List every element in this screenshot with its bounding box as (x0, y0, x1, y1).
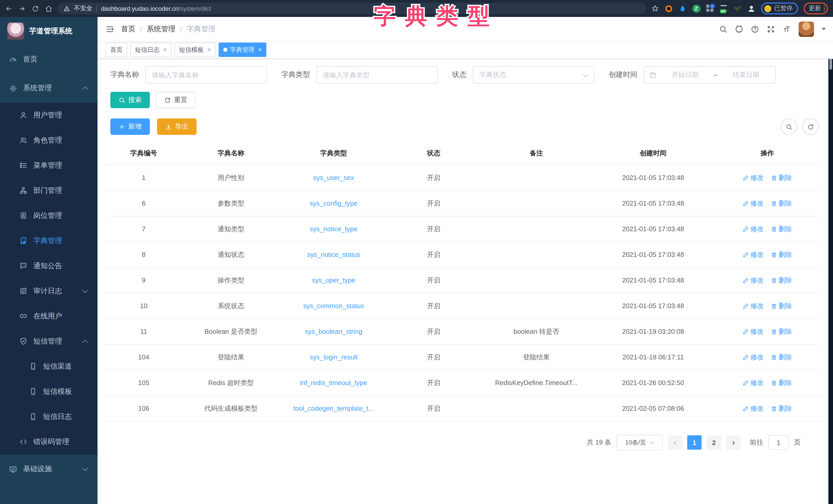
edit-link[interactable]: 修改 (743, 404, 764, 413)
delete-link[interactable]: 删除 (771, 199, 792, 208)
browser-home-icon[interactable] (45, 5, 52, 12)
sidebar-item-dept-mgmt[interactable]: 部门管理 (0, 178, 97, 203)
forward-icon[interactable] (19, 5, 26, 12)
sidebar-item-role-mgmt[interactable]: 角色管理 (0, 128, 97, 153)
edit-link[interactable]: 修改 (743, 327, 764, 336)
edit-link[interactable]: 修改 (743, 301, 764, 310)
date-range-picker[interactable]: 开始日期 ~ 结束日期 (644, 66, 776, 83)
back-icon[interactable] (5, 5, 12, 12)
sidebar-item-audit-log[interactable]: 审计日志 (0, 278, 97, 304)
edit-link[interactable]: 修改 (743, 173, 764, 182)
extension-orange-ring-icon[interactable] (664, 4, 673, 12)
bookmark-star-icon[interactable] (651, 5, 659, 12)
reset-button[interactable]: 重置 (156, 92, 195, 108)
tab-home[interactable]: 首页 (106, 43, 127, 57)
status-select[interactable]: 字典状态 (473, 66, 594, 83)
extension-on-icon[interactable]: on (719, 4, 728, 12)
sidebar-item-user-mgmt[interactable]: 用户管理 (0, 103, 97, 128)
sidebar-item-post-mgmt[interactable]: 岗位管理 (0, 203, 97, 228)
sidebar-item-system[interactable]: 系统管理 (0, 74, 97, 103)
font-size-icon[interactable] (783, 25, 791, 33)
paused-extension-chip[interactable]: 已暂停 (761, 3, 798, 14)
chrome-update-chip[interactable]: 更新 (804, 3, 828, 14)
sidebar-item-sms-channel[interactable]: 短信渠道 (0, 354, 97, 379)
page-size-select[interactable]: 10条/页 (616, 435, 663, 450)
sidebar-item-notice[interactable]: 通知公告 (0, 253, 97, 278)
dict-type-link[interactable]: sys_config_type (310, 199, 357, 207)
edit-link[interactable]: 修改 (743, 199, 764, 208)
goto-page-input[interactable] (768, 435, 789, 450)
github-icon[interactable] (735, 25, 743, 33)
delete-link[interactable]: 删除 (771, 276, 792, 285)
dict-type-label: 字典类型 (281, 70, 310, 79)
dict-type-link[interactable]: sys_user_sex (313, 174, 354, 181)
extension-z-icon[interactable]: Z (692, 4, 700, 12)
refresh-button[interactable] (802, 119, 818, 135)
fullscreen-icon[interactable] (767, 25, 775, 33)
dict-type-link[interactable]: sys_notice_status (307, 251, 360, 258)
app-logo-row[interactable]: 芋道管理系统 (0, 17, 97, 45)
delete-link[interactable]: 删除 (771, 378, 792, 387)
add-button[interactable]: 新增 (110, 119, 150, 135)
tab-sms-log[interactable]: 短信日志× (130, 43, 171, 57)
next-page-button[interactable]: › (726, 435, 741, 450)
avatar-caret-icon[interactable] (822, 28, 826, 32)
tab-dict-mgmt[interactable]: 字典管理× (219, 43, 266, 57)
edit-link[interactable]: 修改 (743, 352, 764, 362)
user-avatar[interactable] (799, 21, 814, 37)
sidebar-item-infra[interactable]: 基础设施 (0, 455, 97, 483)
delete-link[interactable]: 删除 (771, 301, 792, 310)
delete-link[interactable]: 删除 (771, 224, 792, 233)
reload-icon[interactable] (32, 5, 39, 12)
address-bar[interactable]: 不安全 dashboard.yudao.iocoder.cn/system/di… (57, 3, 646, 14)
extension-grid-icon[interactable] (706, 5, 714, 12)
breadcrumb-home[interactable]: 首页 (121, 24, 136, 33)
sidebar-item-dict-mgmt[interactable]: 字典管理 (0, 228, 97, 253)
tab-sms-template[interactable]: 短信模板× (174, 43, 216, 57)
prev-page-button[interactable]: ‹ (668, 435, 682, 450)
dict-type-link[interactable]: sys_boolean_string (305, 328, 362, 335)
browser-menu-icon[interactable] (824, 6, 825, 11)
dict-type-link[interactable]: sys_notice_type (310, 225, 357, 233)
breadcrumb-system[interactable]: 系统管理 (147, 24, 175, 33)
toggle-search-button[interactable] (781, 119, 797, 135)
delete-link[interactable]: 删除 (771, 352, 792, 362)
edit-link[interactable]: 修改 (743, 276, 764, 285)
search-button[interactable]: 搜索 (110, 92, 150, 108)
close-icon[interactable]: × (258, 46, 262, 53)
sidebar-item-menu-mgmt[interactable]: 菜单管理 (0, 153, 97, 178)
dict-type-link[interactable]: inf_redis_timeout_type (300, 379, 367, 386)
close-icon[interactable]: × (207, 46, 211, 53)
sidebar-item-sms-template[interactable]: 短信模板 (0, 379, 97, 404)
table-row: 104登陆结果 sys_login_result 开启 登陆结果2021-01-… (105, 344, 821, 370)
export-button[interactable]: 导出 (157, 119, 196, 135)
delete-link[interactable]: 删除 (771, 250, 792, 259)
sidebar-toggle-icon[interactable] (106, 25, 114, 33)
chevron-down-icon (82, 287, 88, 293)
header-search-icon[interactable] (719, 25, 727, 33)
dict-type-link[interactable]: sys_oper_type (312, 276, 355, 284)
sidebar-item-errcode[interactable]: 错误码管理 (0, 429, 97, 454)
extension-plant-icon[interactable] (733, 4, 741, 12)
delete-link[interactable]: 删除 (771, 404, 792, 413)
sidebar-item-sms-log[interactable]: 短信日志 (0, 404, 97, 429)
dict-type-link[interactable]: sys_login_result (310, 353, 357, 361)
dict-type-link[interactable]: tool_codegen_template_t... (293, 405, 374, 412)
edit-link[interactable]: 修改 (743, 224, 764, 233)
sidebar-item-online-users[interactable]: 在线用户 (0, 304, 97, 329)
page-2-button[interactable]: 2 (707, 435, 721, 450)
sidebar-item-sms-mgmt[interactable]: 短信管理 (0, 329, 97, 354)
page-1-button[interactable]: 1 (687, 435, 701, 450)
sidebar-item-home[interactable]: 首页 (0, 45, 97, 74)
extension-person-icon[interactable] (747, 4, 755, 12)
delete-link[interactable]: 删除 (771, 327, 792, 336)
dict-name-input[interactable] (145, 66, 267, 83)
edit-link[interactable]: 修改 (743, 378, 764, 387)
dict-type-link[interactable]: sys_common_status (303, 302, 364, 310)
edit-link[interactable]: 修改 (743, 250, 764, 259)
dict-type-input[interactable] (316, 66, 438, 83)
help-icon[interactable] (751, 25, 759, 33)
delete-link[interactable]: 删除 (771, 173, 792, 182)
extension-drop-icon[interactable] (678, 4, 687, 12)
close-icon[interactable]: × (163, 46, 167, 53)
